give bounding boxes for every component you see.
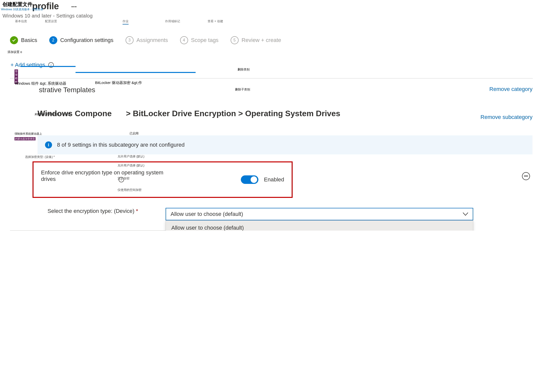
subcategory-breadcrumb: Windows Components > BitLocker Drive Enc… bbox=[3, 108, 340, 119]
step-number: 5 bbox=[231, 36, 239, 44]
step-label: Review + create bbox=[242, 37, 281, 43]
step-review-create[interactable]: 5 Review + create bbox=[231, 36, 281, 44]
enabled-toggle[interactable] bbox=[241, 175, 258, 184]
setting-enforce-encryption: Enforce drive encryption type on operati… bbox=[33, 161, 293, 198]
encryption-type-dropdown: Allow user to choose (default) Full encr… bbox=[166, 220, 473, 231]
required-indicator: * bbox=[136, 208, 138, 214]
step-label: Basics bbox=[21, 37, 37, 43]
setting-label: Enforce drive encryption type on operati… bbox=[41, 169, 171, 182]
wizard-connector bbox=[21, 66, 76, 67]
svg-rect-0 bbox=[524, 176, 528, 176]
step-label: Assignments bbox=[137, 37, 168, 43]
step-basics[interactable]: Basics bbox=[10, 36, 37, 44]
active-step-underline bbox=[76, 72, 196, 73]
overlay-tab-scope: 作用域标记 bbox=[165, 19, 180, 23]
page-title: Create profile ··· bbox=[3, 0, 540, 11]
info-icon: i bbox=[45, 141, 52, 148]
overlay-tab-config: 配置设置 bbox=[45, 19, 57, 23]
encryption-type-select[interactable]: Allow user to choose (default) bbox=[166, 208, 473, 220]
step-number: 3 bbox=[126, 36, 134, 44]
step-assignments[interactable]: 3 Assignments bbox=[126, 36, 168, 44]
info-banner-text: 8 of 9 settings in this subcategory are … bbox=[57, 142, 185, 148]
overlay-tab-review: 查看 + 创建 bbox=[208, 19, 223, 23]
info-banner: i 8 of 9 settings in this subcategory ar… bbox=[38, 135, 532, 154]
step-configuration-settings[interactable]: 2 Configuration settings bbox=[49, 36, 114, 44]
option-allow-user[interactable]: Allow user to choose (default) bbox=[166, 221, 473, 231]
step-number: 2 bbox=[49, 36, 57, 44]
step-label: Configuration settings bbox=[60, 37, 114, 43]
toggle-label: Enabled bbox=[264, 176, 284, 183]
step-label: Scope tags bbox=[191, 37, 219, 43]
chevron-down-icon bbox=[463, 211, 468, 217]
check-icon bbox=[10, 36, 18, 44]
page-subtitle: Windows 10 and later - Settings catalog bbox=[3, 13, 540, 19]
overlay-enforce-l2: 的驱动器加密类型 bbox=[15, 136, 36, 141]
add-settings-link[interactable]: + Add settings i bbox=[3, 62, 540, 68]
info-icon[interactable]: i bbox=[119, 177, 124, 182]
more-actions-button[interactable]: ··· bbox=[71, 3, 77, 11]
step-number: 4 bbox=[180, 36, 188, 44]
select-value: Allow user to choose (default) bbox=[171, 211, 243, 217]
remove-category-link[interactable]: Remove category bbox=[489, 86, 532, 92]
add-settings-label: + Add settings bbox=[11, 62, 45, 68]
overlay-enabled-cn: 已启用 bbox=[130, 131, 139, 136]
encryption-type-label: Select the encryption type: (Device) * bbox=[48, 208, 138, 214]
overlay-win-components-cn: Windows 组件 &gt; 系统驱动器 bbox=[15, 80, 66, 86]
overlay-tab-basic: 基本信息 bbox=[15, 19, 27, 23]
divider bbox=[10, 78, 533, 78]
overlay-enforce-l1: 强制操作系统驱动器上 bbox=[15, 132, 42, 136]
wizard-steps: Basics 2 Configuration settings 3 Assign… bbox=[3, 36, 540, 44]
collapse-icon[interactable] bbox=[522, 172, 530, 180]
category-title: Administrative Templates bbox=[3, 86, 95, 94]
overlay-bitlocker-cn: BitLocker 驱动器加密 &gt;作 bbox=[95, 80, 142, 85]
remove-subcategory-link[interactable]: Remove subcategory bbox=[480, 114, 532, 120]
overlay-tab-assign: 作业 bbox=[123, 19, 129, 24]
step-scope-tags[interactable]: 4 Scope tags bbox=[180, 36, 219, 44]
